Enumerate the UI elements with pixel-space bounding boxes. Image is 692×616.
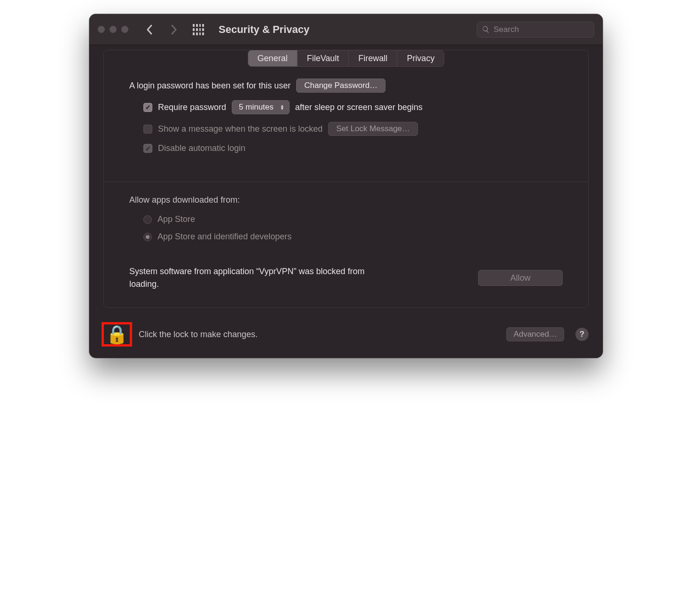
allow-apps-identified-label: App Store and identified developers [157,232,291,242]
minimize-window-button[interactable] [110,26,117,33]
show-all-button[interactable] [190,22,206,38]
tab-bar: General FileVault Firewall Privacy [248,50,445,67]
lock-icon[interactable]: 🔒 [106,325,128,343]
allow-apps-appstore-label: App Store [157,214,195,224]
show-lock-message-checkbox[interactable] [143,125,152,134]
zoom-window-button[interactable] [121,26,128,33]
allow-apps-heading: Allow apps downloaded from: [129,195,240,205]
search-placeholder: Search [494,25,519,34]
allow-apps-appstore-radio[interactable] [143,215,152,224]
allow-apps-identified-radio[interactable] [143,233,152,241]
tab-privacy[interactable]: Privacy [397,50,444,66]
window-title: Security & Privacy [219,24,309,36]
tab-general[interactable]: General [248,50,298,66]
tab-firewall[interactable]: Firewall [349,50,397,66]
require-password-suffix: after sleep or screen saver begins [295,103,423,112]
nav-forward-button[interactable] [166,22,182,38]
login-password-label: A login password has been set for this u… [129,81,291,91]
nav-back-button[interactable] [142,22,157,38]
set-lock-message-button[interactable]: Set Lock Message… [328,122,418,136]
tab-filevault[interactable]: FileVault [298,50,349,66]
blocked-software-row: System software from application “VyprVP… [129,265,563,291]
grid-icon [193,24,204,35]
lock-highlight: 🔒 [102,322,132,347]
change-password-button[interactable]: Change Password… [296,79,385,93]
allow-blocked-software-button[interactable]: Allow [478,270,563,286]
footer: 🔒 Click the lock to make changes. Advanc… [89,316,603,358]
blocked-software-message: System software from application “VyprVP… [129,265,393,291]
close-window-button[interactable] [98,26,105,33]
panel-separator [104,182,588,182]
general-panel: General FileVault Firewall Privacy A log… [103,50,589,308]
login-password-row: A login password has been set for this u… [129,79,563,93]
search-field[interactable]: Search [477,22,594,38]
require-password-delay-value: 5 minutes [239,103,274,112]
preferences-window: Security & Privacy Search General FileVa… [89,14,603,358]
require-password-label: Require password [158,103,226,112]
select-arrows-icon: ▲▼ [280,104,284,110]
disable-auto-login-checkbox[interactable] [143,144,152,153]
require-password-checkbox[interactable] [143,103,152,112]
lock-hint-text: Click the lock to make changes. [139,330,258,340]
titlebar: Security & Privacy Search [89,14,603,45]
show-lock-message-label: Show a message when the screen is locked [158,124,322,134]
help-button[interactable]: ? [575,328,589,341]
window-controls [98,26,128,33]
disable-auto-login-label: Disable automatic login [158,143,245,153]
search-icon [482,25,490,33]
content-area: General FileVault Firewall Privacy A log… [89,45,603,316]
advanced-button[interactable]: Advanced… [506,327,564,341]
require-password-delay-select[interactable]: 5 minutes ▲▼ [232,100,290,114]
